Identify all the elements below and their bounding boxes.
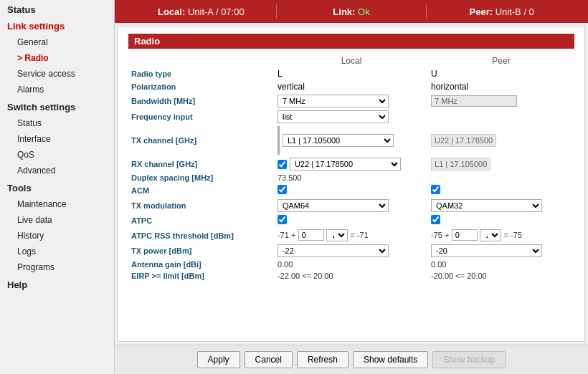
table-row: TX modulation QAM64 QAM32 bbox=[128, 198, 574, 214]
radio-type-label: Radio type bbox=[128, 67, 275, 80]
eirp-local-val: -22.00 <= 20.00 bbox=[275, 270, 428, 282]
table-row: ATPC bbox=[128, 214, 574, 228]
tx-power-label: TX power [dBm] bbox=[128, 243, 275, 259]
tx-power-peer-select[interactable]: -20 bbox=[431, 244, 542, 257]
rx-channel-local-select[interactable]: U22 | 17.178500 bbox=[290, 158, 401, 171]
bandwidth-peer-cell bbox=[428, 93, 574, 109]
table-row: RX channel [GHz] U22 | 17.178500 L1 | 17… bbox=[128, 156, 574, 172]
atpc-rss-label: ATPC RSS threshold [dBm] bbox=[128, 228, 275, 243]
duplex-local-val: 73.500 bbox=[275, 172, 428, 183]
bandwidth-local-cell: 7 MHz bbox=[275, 93, 428, 109]
topbar-link: Link: Ok bbox=[277, 6, 427, 17]
rx-channel-peer-cell: L1 | 17.105000 bbox=[428, 156, 574, 172]
eirp-label: EIRP >= limit [dBm] bbox=[128, 270, 275, 282]
topbar-peer-value: Unit-B / 0 bbox=[495, 6, 534, 17]
atpc-rss-local-result: = -71 bbox=[350, 231, 368, 239]
radio-type-peer: U bbox=[428, 67, 574, 80]
sidebar-item-general[interactable]: General bbox=[0, 34, 114, 50]
bottom-bar: Apply Cancel Refresh Show defaults Show … bbox=[115, 345, 588, 374]
bandwidth-peer-field bbox=[431, 95, 517, 107]
radio-section-title: Radio bbox=[128, 34, 574, 49]
tx-channel-peer-field: U22 | 17.178500 bbox=[431, 134, 496, 147]
sidebar-item-maintenance[interactable]: Maintenance bbox=[0, 196, 114, 212]
sidebar-item-qos[interactable]: QoS bbox=[0, 147, 114, 163]
freq-input-local-cell: list bbox=[275, 109, 428, 125]
table-row: Radio type L U bbox=[128, 67, 574, 80]
topbar-peer: Peer: Unit-B / 0 bbox=[427, 6, 577, 17]
atpc-rss-peer-base: -75 + bbox=[431, 231, 449, 239]
sidebar-item-alarms[interactable]: Alarms bbox=[0, 82, 114, 97]
tx-channel-local-select[interactable]: L1 | 17.105000 bbox=[283, 134, 394, 147]
atpc-rss-local-cell: -71 + ▲▼ = -71 bbox=[275, 228, 428, 243]
tx-power-peer-cell: -20 bbox=[428, 243, 574, 259]
tx-channel-peer-cell: U22 | 17.178500 bbox=[428, 125, 574, 156]
polarization-label: Polarization bbox=[128, 80, 275, 93]
atpc-rss-peer-input[interactable] bbox=[452, 229, 478, 241]
radio-table: Local Peer Radio type L U Polarization v… bbox=[128, 54, 574, 282]
refresh-button[interactable]: Refresh bbox=[297, 351, 348, 368]
main-area: Local: Unit-A / 07:00 Link: Ok Peer: Uni… bbox=[115, 0, 588, 374]
atpc-local-checkbox[interactable] bbox=[278, 215, 287, 224]
tx-power-local-select[interactable]: -22 bbox=[278, 244, 389, 257]
sidebar-item-service-access[interactable]: Service access bbox=[0, 66, 114, 82]
atpc-rss-peer-result: = -75 bbox=[503, 231, 521, 239]
rx-channel-local-cell: U22 | 17.178500 bbox=[275, 156, 428, 172]
sidebar-link-settings[interactable]: Link settings bbox=[0, 18, 114, 34]
rx-channel-checkbox[interactable] bbox=[278, 160, 287, 169]
topbar-local-value: Unit-A / 07:00 bbox=[188, 6, 245, 17]
polarization-peer: horizontal bbox=[428, 80, 574, 93]
tx-mod-peer-select[interactable]: QAM32 bbox=[431, 199, 542, 212]
tx-channel-label: TX channel [GHz] bbox=[128, 125, 275, 156]
sidebar-item-history[interactable]: History bbox=[0, 228, 114, 244]
acm-peer-cell bbox=[428, 183, 574, 198]
show-backup-button: Show backup bbox=[432, 351, 506, 368]
acm-peer-checkbox[interactable] bbox=[431, 185, 440, 194]
freq-input-label: Frequency input bbox=[128, 109, 275, 125]
freq-input-select[interactable]: list bbox=[278, 110, 389, 123]
table-row: TX channel [GHz] L1 | 17.105000 U22 | 17… bbox=[128, 125, 574, 156]
sidebar-section-status: Status bbox=[0, 0, 114, 18]
tx-power-local-cell: -22 bbox=[275, 243, 428, 259]
atpc-rss-peer-cell: -75 + ▲▼ = -75 bbox=[428, 228, 574, 243]
table-row: Frequency input list bbox=[128, 109, 574, 125]
sidebar-item-radio[interactable]: Radio bbox=[0, 50, 114, 66]
acm-local-checkbox[interactable] bbox=[278, 185, 287, 194]
tx-channel-local-cell: L1 | 17.105000 bbox=[275, 125, 428, 156]
sidebar-section-switch: Switch settings bbox=[0, 97, 114, 115]
atpc-rss-peer-adj[interactable]: ▲▼ bbox=[480, 229, 501, 241]
freq-input-peer-cell bbox=[428, 109, 574, 125]
table-row: EIRP >= limit [dBm] -22.00 <= 20.00 -20.… bbox=[128, 270, 574, 282]
table-row: ATPC RSS threshold [dBm] -71 + ▲▼ = -71 … bbox=[128, 228, 574, 243]
atpc-peer-checkbox[interactable] bbox=[431, 215, 440, 224]
duplex-peer-cell bbox=[428, 172, 574, 183]
sidebar-item-logs[interactable]: Logs bbox=[0, 244, 114, 259]
polarization-local: vertical bbox=[275, 80, 428, 93]
apply-button[interactable]: Apply bbox=[197, 351, 240, 368]
cancel-button[interactable]: Cancel bbox=[245, 351, 293, 368]
acm-local-cell bbox=[275, 183, 428, 198]
table-row: Antenna gain [dBi] 0.00 0.00 bbox=[128, 259, 574, 270]
sidebar-item-switch-status[interactable]: Status bbox=[0, 115, 114, 131]
sidebar-item-programs[interactable]: Programs bbox=[0, 259, 114, 275]
sidebar: Status Link settings General Radio Servi… bbox=[0, 0, 115, 374]
col-header-local: Local bbox=[275, 54, 428, 67]
bandwidth-local-select[interactable]: 7 MHz bbox=[278, 95, 389, 107]
atpc-rss-local-adj[interactable]: ▲▼ bbox=[326, 229, 348, 241]
table-row: Bandwidth [MHz] 7 MHz bbox=[128, 93, 574, 109]
atpc-rss-local-input[interactable] bbox=[298, 229, 324, 241]
table-row: ACM bbox=[128, 183, 574, 198]
content-area: Radio Local Peer Radio type L U Polariz bbox=[118, 26, 585, 342]
rx-channel-peer-field: L1 | 17.105000 bbox=[431, 158, 490, 171]
topbar-local: Local: Unit-A / 07:00 bbox=[126, 6, 276, 17]
sidebar-item-livedata[interactable]: Live data bbox=[0, 212, 114, 228]
tx-mod-label: TX modulation bbox=[128, 198, 275, 214]
atpc-label: ATPC bbox=[128, 214, 275, 228]
antenna-gain-local-val: 0.00 bbox=[275, 259, 428, 270]
col-header-peer: Peer bbox=[428, 54, 574, 67]
sidebar-item-interface[interactable]: Interface bbox=[0, 131, 114, 147]
topbar-link-value: Ok bbox=[358, 6, 370, 17]
sidebar-item-advanced[interactable]: Advanced bbox=[0, 163, 114, 178]
sidebar-section-help: Help bbox=[0, 275, 114, 293]
show-defaults-button[interactable]: Show defaults bbox=[353, 351, 428, 368]
tx-mod-local-select[interactable]: QAM64 bbox=[278, 199, 389, 212]
